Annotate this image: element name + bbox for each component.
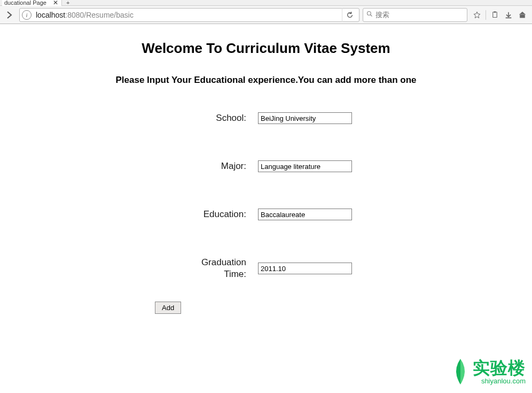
svg-line-1 (371, 15, 372, 17)
url-text: localhost:8080/Resume/basic (36, 11, 134, 19)
graduation-input[interactable] (258, 263, 352, 274)
leaf-icon (451, 358, 470, 386)
school-label: School: (178, 112, 258, 124)
tab-bar: ducational Page ✕ + (0, 0, 532, 6)
close-tab-icon[interactable]: ✕ (53, 0, 58, 6)
address-bar[interactable]: i localhost:8080/Resume/basic (19, 8, 359, 22)
education-form: School: Major: Education: Graduation Tim… (122, 112, 410, 314)
page-content: Welcome To Curriculum Vitae System Pleas… (0, 24, 532, 314)
reload-button[interactable] (342, 8, 357, 22)
divider (486, 10, 486, 20)
clipboard-icon[interactable] (488, 9, 501, 21)
svg-rect-2 (492, 12, 497, 18)
major-input[interactable] (258, 160, 352, 172)
page-subtitle: Please Input Your Educational experience… (0, 75, 532, 86)
page-title: Welcome To Curriculum Vitae System (0, 40, 532, 57)
new-tab-button[interactable]: + (62, 0, 74, 6)
info-icon[interactable]: i (22, 10, 32, 20)
svg-point-0 (367, 12, 371, 16)
watermark-cn: 实验楼 (473, 359, 526, 376)
education-input[interactable] (258, 209, 352, 220)
search-box[interactable] (363, 8, 467, 22)
major-label: Major: (178, 160, 258, 172)
major-row: Major: (122, 160, 410, 172)
school-row: School: (122, 112, 410, 124)
svg-rect-3 (494, 11, 496, 13)
add-button[interactable]: Add (155, 302, 181, 314)
downloads-icon[interactable] (502, 9, 515, 21)
button-row: Add (122, 302, 410, 314)
education-label: Education: (178, 209, 258, 220)
forward-button[interactable] (3, 9, 16, 21)
browser-tab[interactable]: ducational Page ✕ (2, 0, 62, 6)
search-input[interactable] (375, 11, 464, 19)
home-icon[interactable] (516, 9, 529, 21)
school-input[interactable] (258, 112, 352, 124)
graduation-row: Graduation Time: (122, 257, 410, 280)
tab-title: ducational Page (4, 0, 46, 6)
watermark-text: 实验楼 shiyanlou.com (473, 359, 526, 384)
bookmark-icon[interactable] (471, 9, 483, 21)
watermark-en: shiyanlou.com (473, 377, 526, 384)
search-icon (366, 11, 373, 19)
watermark: 实验楼 shiyanlou.com (451, 358, 526, 386)
education-row: Education: (122, 209, 410, 220)
nav-bar: i localhost:8080/Resume/basic (0, 6, 532, 24)
graduation-label: Graduation Time: (178, 257, 258, 280)
